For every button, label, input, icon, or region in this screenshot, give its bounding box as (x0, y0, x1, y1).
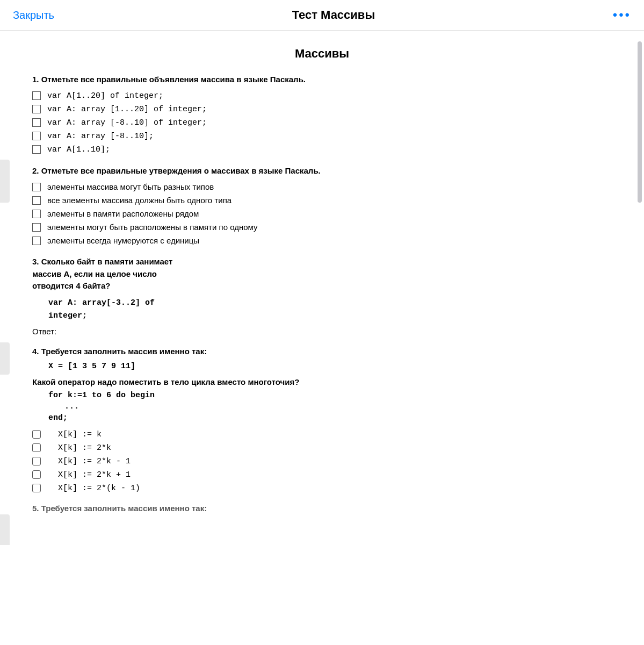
q1-checkbox-5[interactable] (32, 145, 41, 154)
q1-option-5[interactable]: var A[1..10]; (32, 145, 612, 154)
q2-label-3: элементы в памяти расположены рядом (47, 209, 199, 218)
q1-option-1[interactable]: var A[1..20] of integer; (32, 91, 612, 101)
q2-option-3[interactable]: элементы в памяти расположены рядом (32, 209, 612, 218)
q4-option-4[interactable]: X[k] := 2*k + 1 (32, 470, 612, 479)
q4-label-3: X[k] := 2*k - 1 (58, 457, 131, 466)
q1-checkbox-2[interactable] (32, 105, 41, 113)
q4-option-3[interactable]: X[k] := 2*k - 1 (32, 457, 612, 466)
q4-dots-line: ... (64, 402, 612, 411)
q3-code: var A: array[-3..2] ofinteger; (48, 297, 612, 322)
q1-label-3: var A: array [-8..10] of integer; (47, 118, 207, 127)
q2-option-1[interactable]: элементы массива могут быть разных типов (32, 182, 612, 191)
app-header: Закрыть Тест Массивы ••• (0, 0, 644, 31)
q4-label-4: X[k] := 2*k + 1 (58, 470, 131, 479)
left-tab-2 (0, 342, 10, 375)
q4-radio-4[interactable] (32, 470, 41, 479)
q4-label-5: X[k] := 2*(k - 1) (58, 484, 140, 493)
question-5-text: 5. Требуется заполнить массив именно так… (32, 504, 612, 513)
q4-for-line: for k:=1 to 6 do begin (48, 391, 612, 400)
q1-label-5: var A[1..10]; (47, 145, 110, 154)
q4-label-2: X[k] := 2*k (58, 443, 111, 453)
question-1-text: 1. Отметьте все правильные объявления ма… (32, 74, 612, 86)
q3-answer-label: Ответ: (32, 327, 612, 336)
q2-option-2[interactable]: все элементы массива должны быть одного … (32, 196, 612, 205)
q1-checkbox-1[interactable] (32, 91, 41, 100)
q2-checkbox-2[interactable] (32, 196, 41, 205)
q2-label-5: элементы всегда нумеруются с единицы (47, 236, 199, 245)
q2-option-5[interactable]: элементы всегда нумеруются с единицы (32, 236, 612, 245)
q1-label-2: var A: array [1...20] of integer; (47, 105, 207, 114)
q4-radio-5[interactable] (32, 484, 41, 492)
question-4-intro: 4. Требуется заполнить массив именно так… (32, 347, 612, 356)
header-title: Тест Массивы (54, 8, 613, 22)
question-2-text: 2. Отметьте все правильные утверждения о… (32, 165, 612, 177)
q2-checkbox-4[interactable] (32, 223, 41, 232)
question-2: 2. Отметьте все правильные утверждения о… (32, 165, 612, 246)
q4-radio-3[interactable] (32, 457, 41, 465)
q4-label-1: X[k] := k (58, 430, 102, 439)
question-3-text: 3. Сколько байт в памяти занимаетмассив … (32, 256, 612, 292)
question-5-partial: 5. Требуется заполнить массив именно так… (32, 504, 612, 513)
q1-option-4[interactable]: var A: array [-8..10]; (32, 132, 612, 141)
q2-checkbox-3[interactable] (32, 210, 41, 218)
page-title: Массивы (32, 47, 612, 61)
q4-array-display: X = [1 3 5 7 9 11] (48, 360, 612, 373)
q1-option-2[interactable]: var A: array [1...20] of integer; (32, 105, 612, 114)
q2-label-4: элементы могут быть расположены в памяти… (47, 223, 258, 232)
left-tab-3 (0, 514, 10, 545)
question-1: 1. Отметьте все правильные объявления ма… (32, 74, 612, 154)
question-4-sub: Какой оператор надо поместить в тело цик… (32, 377, 612, 386)
q2-label-1: элементы массива могут быть разных типов (47, 182, 214, 191)
q2-checkbox-5[interactable] (32, 236, 41, 245)
more-options-button[interactable]: ••• (613, 8, 631, 23)
q1-checkbox-4[interactable] (32, 132, 41, 140)
q1-option-3[interactable]: var A: array [-8..10] of integer; (32, 118, 612, 127)
q1-label-1: var A[1..20] of integer; (47, 91, 163, 101)
close-button[interactable]: Закрыть (13, 9, 54, 22)
scrollbar[interactable] (638, 41, 642, 203)
left-tab-1 (0, 160, 10, 203)
q4-option-2[interactable]: X[k] := 2*k (32, 443, 612, 453)
q4-end-line: end; (48, 413, 612, 422)
q2-label-2: все элементы массива должны быть одного … (47, 196, 231, 205)
main-content: Массивы 1. Отметьте все правильные объяв… (0, 31, 644, 545)
q4-radio-1[interactable] (32, 430, 41, 439)
q4-radio-2[interactable] (32, 443, 41, 452)
question-4: 4. Требуется заполнить массив именно так… (32, 347, 612, 493)
q4-option-1[interactable]: X[k] := k (32, 430, 612, 439)
q1-checkbox-3[interactable] (32, 118, 41, 127)
q2-checkbox-1[interactable] (32, 183, 41, 191)
question-3: 3. Сколько байт в памяти занимаетмассив … (32, 256, 612, 336)
q4-option-5[interactable]: X[k] := 2*(k - 1) (32, 484, 612, 493)
q2-option-4[interactable]: элементы могут быть расположены в памяти… (32, 223, 612, 232)
q1-label-4: var A: array [-8..10]; (47, 132, 154, 141)
